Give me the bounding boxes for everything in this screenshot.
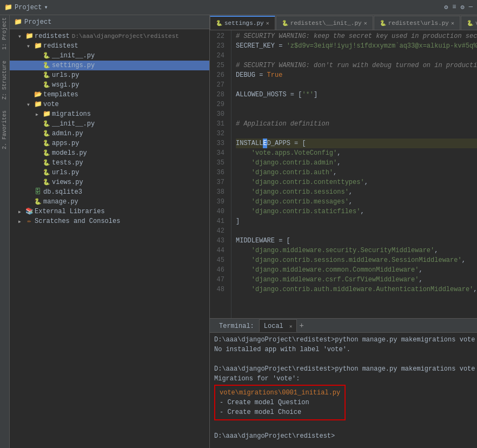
code-line-24 xyxy=(236,51,477,61)
settings-py-icon: 🐍 xyxy=(42,61,51,70)
side-label-project[interactable]: 1: Project xyxy=(2,17,8,50)
gear-icon[interactable]: ⚙ xyxy=(461,3,465,11)
tree-item-templates[interactable]: 📂 templates xyxy=(10,90,209,100)
tab-settings-label: settings.py xyxy=(224,20,264,27)
urls-r-py-icon: 🐍 xyxy=(42,71,51,80)
tree-item-views[interactable]: 🐍 views.py xyxy=(10,177,209,187)
admin-icon: 🐍 xyxy=(42,129,51,138)
local-tab-label: Local xyxy=(264,322,283,330)
tab-settings[interactable]: 🐍 settings.py ✕ xyxy=(210,16,275,30)
migrations-arrow: ▶ xyxy=(36,112,42,117)
tree-item-init[interactable]: 🐍 __init__.py xyxy=(10,51,209,61)
redistest-label: redistest xyxy=(43,42,78,50)
migrations-label: migrations xyxy=(52,110,91,118)
line-numbers: 2223242526 2728293031 3233343536 3738394… xyxy=(210,30,231,318)
apps-icon: 🐍 xyxy=(42,139,51,148)
code-line-26: DEBUG = True xyxy=(236,70,477,80)
tree-item-models[interactable]: 🐍 models.py xyxy=(10,148,209,158)
project-label: Project xyxy=(15,4,42,11)
terminal-line-3 xyxy=(214,354,473,364)
tab-init-label: redistest\__init_.py xyxy=(290,20,362,27)
tree-item-vote-urls[interactable]: 🐍 urls.py xyxy=(10,168,209,177)
templates-label: templates xyxy=(43,91,78,98)
project-panel-header: 📁 Project xyxy=(10,15,209,29)
code-content[interactable]: # SECURITY WARNING: keep the secret key … xyxy=(231,30,477,318)
side-label-structure[interactable]: Z: Structure xyxy=(2,61,8,100)
tree-item-apps[interactable]: 🐍 apps.py xyxy=(10,139,209,148)
tab-r-urls-icon: 🐍 xyxy=(380,20,386,27)
tab-init-close[interactable]: ✕ xyxy=(364,20,367,27)
tree-item-admin[interactable]: 🐍 admin.py xyxy=(10,129,209,139)
migration-file: vote\migrations\0001_initial.py xyxy=(220,388,340,398)
tree-item-settings[interactable]: 🐍 settings.py xyxy=(10,61,209,70)
code-line-29 xyxy=(236,100,477,109)
vote-urls-label: urls.py xyxy=(52,169,79,176)
settings-icon[interactable]: ⚙ xyxy=(444,3,448,11)
folder-icon: 📁 xyxy=(14,18,22,26)
local-tab-close[interactable]: ✕ xyxy=(289,324,292,330)
editor-area: 🐍 settings.py ✕ 🐍 redistest\__init_.py ✕… xyxy=(210,15,477,448)
vote-init-icon: 🐍 xyxy=(42,120,51,128)
code-line-28: ALLOWED_HOSTS = ['*'] xyxy=(236,90,477,100)
bottom-panel: Terminal: Local ✕ + D:\aaa\djangoProject… xyxy=(210,318,477,448)
tree-item-tests[interactable]: 🐍 tests.py xyxy=(10,158,209,168)
tree-item-urls-r[interactable]: 🐍 urls.py xyxy=(10,70,209,80)
ext-lib-label: External Libraries xyxy=(35,208,105,215)
tree-item-ext-lib[interactable]: ▶ 📚 External Libraries xyxy=(10,207,209,216)
tree-item-db[interactable]: 🗄 db.sqlite3 xyxy=(10,187,209,197)
terminal-local-tab[interactable]: Local ✕ xyxy=(259,319,297,332)
project-tree: ▼ 📁 redistest D:\aaa\djangoProject\redis… xyxy=(10,29,209,448)
tree-item-vote-init[interactable]: 🐍 __init__.py xyxy=(10,119,209,129)
root-label: redistest xyxy=(35,32,70,40)
tab-vote-urls[interactable]: 🐍 vote\urls.py ✕ xyxy=(461,16,477,30)
code-line-30 xyxy=(236,109,477,119)
project-header-label: Project xyxy=(24,18,51,26)
terminal-line-2: No installed app with label 'vote'. xyxy=(214,345,473,354)
code-line-48: 'django.contrib.auth.middleware.Authenti… xyxy=(236,285,477,294)
views-label: views.py xyxy=(52,179,83,186)
tab-init[interactable]: 🐍 redistest\__init_.py ✕ xyxy=(276,16,373,30)
layout-icon[interactable]: ≡ xyxy=(452,3,456,11)
tree-item-vote[interactable]: ▼ 📁 vote xyxy=(10,100,209,109)
tree-item-root[interactable]: ▼ 📁 redistest D:\aaa\djangoProject\redis… xyxy=(10,31,209,41)
tree-item-redistest[interactable]: ▼ 📁 redistest xyxy=(10,41,209,51)
vote-folder-icon: 📁 xyxy=(34,100,42,109)
tab-r-urls-close[interactable]: ✕ xyxy=(451,20,454,27)
side-panel-labels: 1: Project Z: Structure 2. Favorites xyxy=(0,15,10,448)
db-label: db.sqlite3 xyxy=(43,188,82,196)
code-line-45: 'django.contrib.sessions.middleware.Sess… xyxy=(236,255,477,265)
add-terminal-tab[interactable]: + xyxy=(299,321,303,330)
redistest-folder-icon: 📁 xyxy=(34,42,42,50)
scratches-label: Scratches and Consoles xyxy=(35,218,120,225)
code-line-44: 'django.middleware.security.SecurityMidd… xyxy=(236,246,477,255)
terminal-line-4: D:\aaa\djangoProject\redistest>python ma… xyxy=(214,364,473,374)
minimize-icon[interactable]: — xyxy=(469,3,473,11)
apps-label: apps.py xyxy=(52,140,79,147)
tree-item-manage[interactable]: 🐍 manage.py xyxy=(10,197,209,207)
tab-settings-icon: 🐍 xyxy=(216,20,222,27)
tree-item-wsgi[interactable]: 🐍 wsgi.py xyxy=(10,80,209,90)
wsgi-py-icon: 🐍 xyxy=(42,81,51,89)
init-label: __init__.py xyxy=(52,52,95,60)
tree-item-scratches[interactable]: ▶ ✏ Scratches and Consoles xyxy=(10,216,209,226)
admin-label: admin.py xyxy=(52,130,83,137)
code-line-22: # SECURITY WARNING: keep the secret key … xyxy=(236,31,477,41)
dropdown-arrow[interactable]: ▾ xyxy=(44,3,48,11)
tab-r-urls[interactable]: 🐍 redistest\urls.py ✕ xyxy=(374,16,460,30)
terminal-line-1: D:\aaa\djangoProject\redistest>python ma… xyxy=(214,335,473,345)
manage-label: manage.py xyxy=(43,198,78,206)
tab-settings-close[interactable]: ✕ xyxy=(266,20,269,27)
folder-icon: 📁 xyxy=(4,3,12,11)
code-line-46: 'django.middleware.common.CommonMiddlewa… xyxy=(236,265,477,275)
migration-output-box: vote\migrations\0001_initial.py - Create… xyxy=(214,385,346,420)
side-label-favorites[interactable]: 2. Favorites xyxy=(2,110,8,149)
tree-item-migrations[interactable]: ▶ 📁 migrations xyxy=(10,109,209,119)
migration-item-question: - Create model Question xyxy=(220,398,340,407)
bottom-tab-bar: Terminal: Local ✕ + xyxy=(210,319,477,333)
scratches-icon: ✏ xyxy=(25,217,34,226)
manage-icon: 🐍 xyxy=(34,197,42,206)
migration-item-choice: - Create model Choice xyxy=(220,407,340,417)
code-line-34: 'vote.apps.VoteConfig', xyxy=(236,148,477,158)
terminal-content[interactable]: D:\aaa\djangoProject\redistest>python ma… xyxy=(210,333,477,448)
code-line-38: 'django.contrib.sessions', xyxy=(236,187,477,197)
